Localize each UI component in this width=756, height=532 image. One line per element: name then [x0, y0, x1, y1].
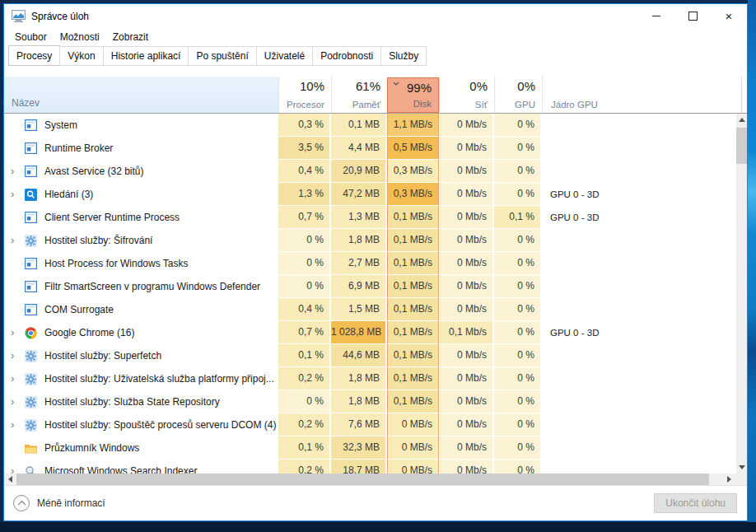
minimize-button[interactable] — [638, 4, 674, 28]
disk-cell[interactable]: 0,5 MB/s — [387, 137, 439, 160]
disk-cell[interactable]: 1,1 MB/s — [387, 114, 439, 137]
table-row[interactable]: ›Hostitel služby: Spouštěč procesů serve… — [4, 413, 747, 436]
net-cell[interactable]: 0 Mb/s — [439, 390, 494, 413]
net-cell[interactable]: 0 Mb/s — [439, 229, 494, 252]
table-row[interactable]: Host Process for Windows Tasks0 %2,7 MB0… — [4, 252, 747, 275]
tab-vykon[interactable]: Výkon — [59, 46, 103, 66]
gpu-engine-cell[interactable]: GPU 0 - 3D — [542, 206, 747, 229]
gpu-engine-cell[interactable]: GPU 0 - 3D — [542, 321, 747, 344]
disk-cell[interactable]: 0,1 MB/s — [387, 206, 439, 229]
expand-chevron-icon[interactable]: › — [11, 160, 24, 183]
scroll-left-arrow[interactable] — [4, 474, 16, 485]
net-cell[interactable]: 0 Mb/s — [439, 160, 494, 183]
gpu-engine-cell[interactable] — [542, 390, 747, 413]
mem-cell[interactable]: 1,8 MB — [331, 390, 387, 413]
mem-cell[interactable]: 6,9 MB — [331, 275, 387, 298]
net-cell[interactable]: 0,1 Mb/s — [439, 321, 494, 344]
cpu-cell[interactable]: 0 % — [278, 390, 331, 413]
net-cell[interactable]: 0 Mb/s — [439, 137, 494, 160]
gpu-cell[interactable]: 0 % — [494, 460, 542, 474]
gpu-cell[interactable]: 0 % — [494, 252, 542, 275]
net-cell[interactable]: 0 Mb/s — [439, 298, 494, 321]
mem-cell[interactable]: 4,4 MB — [331, 137, 387, 160]
horizontal-scrollbar[interactable] — [4, 474, 747, 485]
gpu-engine-cell[interactable] — [542, 436, 747, 460]
cpu-cell[interactable]: 1,3 % — [278, 183, 331, 206]
mem-cell[interactable]: 1,8 MB — [331, 367, 387, 390]
mem-cell[interactable]: 18,7 MB — [331, 460, 387, 474]
cpu-cell[interactable]: 0,2 % — [278, 460, 331, 474]
mem-cell[interactable]: 47,2 MB — [331, 183, 387, 206]
table-row[interactable]: Runtime Broker3,5 %4,4 MB0,5 MB/s0 Mb/s0… — [4, 137, 747, 160]
cpu-cell[interactable]: 0,2 % — [278, 367, 331, 390]
column-header-disk[interactable]: 99%Disk — [387, 77, 439, 113]
mem-cell[interactable]: 1,3 MB — [331, 206, 387, 229]
mem-cell[interactable]: 32,3 MB — [331, 436, 387, 460]
menu-item-monosti[interactable]: Možnosti — [54, 30, 106, 44]
column-header-cpu[interactable]: 10%Procesor — [278, 77, 331, 113]
cpu-cell[interactable]: 0,7 % — [278, 321, 331, 344]
mem-cell[interactable]: 1 028,8 MB — [331, 321, 387, 344]
cpu-cell[interactable]: 0,7 % — [278, 206, 331, 229]
mem-cell[interactable]: 7,6 MB — [331, 413, 387, 436]
net-cell[interactable]: 0 Mb/s — [439, 436, 494, 460]
process-name-cell[interactable]: ›Avast Service (32 bitů) — [4, 160, 278, 183]
end-task-button[interactable]: Ukončit úlohu — [654, 493, 737, 513]
fewer-details-toggle[interactable]: Méně informací — [13, 495, 105, 511]
disk-cell[interactable]: 0,1 MB/s — [387, 344, 439, 367]
disk-cell[interactable]: 0,3 MB/s — [387, 183, 439, 206]
process-name-cell[interactable]: COM Surrogate — [4, 298, 278, 321]
close-button[interactable]: × — [711, 4, 747, 28]
table-row[interactable]: ›Hostitel služby: Uživatelská služba pla… — [4, 367, 747, 390]
table-row[interactable]: ›Hostitel služby: Služba State Repositor… — [4, 390, 747, 413]
mem-cell[interactable]: 44,6 MB — [331, 344, 387, 367]
table-row[interactable]: ›Hostitel služby: Superfetch0,1 %44,6 MB… — [4, 344, 747, 367]
vertical-scroll-thumb[interactable] — [736, 128, 747, 164]
process-name-cell[interactable]: System — [4, 114, 278, 137]
gpu-engine-cell[interactable] — [542, 344, 747, 367]
net-cell[interactable]: 0 Mb/s — [439, 275, 494, 298]
process-name-cell[interactable]: ›Hledání (3) — [4, 183, 278, 206]
mem-cell[interactable]: 0,1 MB — [331, 114, 387, 137]
gpu-engine-cell[interactable]: GPU 0 - 3D — [542, 183, 747, 206]
disk-cell[interactable]: 0,1 MB/s — [387, 298, 439, 321]
process-name-cell[interactable]: ›Hostitel služby: Spouštěč procesů serve… — [4, 413, 278, 436]
vertical-scrollbar[interactable] — [736, 114, 747, 474]
expand-chevron-icon[interactable]: › — [11, 229, 24, 252]
net-cell[interactable]: 0 Mb/s — [439, 252, 494, 275]
disk-cell[interactable]: 0,1 MB/s — [387, 229, 439, 252]
process-name-cell[interactable]: ›Microsoft Windows Search Indexer — [4, 460, 278, 474]
disk-cell[interactable]: 0 MB/s — [387, 460, 439, 474]
cpu-cell[interactable]: 0,3 % — [278, 114, 331, 137]
disk-cell[interactable]: 0,1 MB/s — [387, 390, 439, 413]
mem-cell[interactable]: 1,8 MB — [331, 229, 387, 252]
mem-cell[interactable]: 1,5 MB — [331, 298, 387, 321]
table-row[interactable]: ›Google Chrome (16)0,7 %1 028,8 MB0,1 MB… — [4, 321, 747, 344]
process-name-cell[interactable]: ›Google Chrome (16) — [4, 321, 278, 344]
menu-item-soubor[interactable]: Soubor — [8, 30, 54, 44]
table-row[interactable]: Client Server Runtime Process0,7 %1,3 MB… — [4, 206, 747, 229]
net-cell[interactable]: 0 Mb/s — [439, 460, 494, 474]
gpu-cell[interactable]: 0 % — [494, 321, 542, 344]
cpu-cell[interactable]: 0 % — [278, 229, 331, 252]
scroll-up-arrow[interactable] — [736, 114, 747, 126]
expand-chevron-icon[interactable]: › — [11, 321, 24, 344]
cpu-cell[interactable]: 0 % — [278, 252, 331, 275]
table-row[interactable]: ›Microsoft Windows Search Indexer0,2 %18… — [4, 460, 747, 474]
cpu-cell[interactable]: 3,5 % — [278, 137, 331, 160]
gpu-cell[interactable]: 0 % — [494, 229, 542, 252]
maximize-button[interactable] — [674, 4, 711, 28]
process-name-cell[interactable]: ›Hostitel služby: Šifrování — [4, 229, 278, 252]
column-header-gpu-engine[interactable]: Jádro GPU — [542, 77, 742, 113]
gpu-cell[interactable]: 0 % — [494, 137, 542, 160]
horizontal-scroll-thumb[interactable] — [16, 474, 709, 485]
net-cell[interactable]: 0 Mb/s — [439, 344, 494, 367]
disk-cell[interactable]: 0,1 MB/s — [387, 321, 439, 344]
disk-cell[interactable]: 0 MB/s — [387, 413, 439, 436]
table-row[interactable]: ›Hostitel služby: Šifrování0 %1,8 MB0,1 … — [4, 229, 747, 252]
gpu-cell[interactable]: 0 % — [494, 413, 542, 436]
net-cell[interactable]: 0 Mb/s — [439, 114, 494, 137]
titlebar[interactable]: Správce úloh × — [4, 4, 747, 28]
gpu-engine-cell[interactable] — [542, 413, 747, 436]
gpu-cell[interactable]: 0 % — [494, 390, 542, 413]
